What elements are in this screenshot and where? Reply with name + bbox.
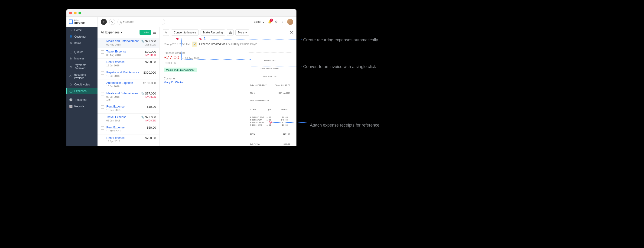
row-title: Rent Expense [106, 136, 143, 140]
plus-icon: + [142, 31, 143, 34]
expense-row[interactable]: Rent Expense 16 Jun 2018 $10.00 [98, 103, 159, 113]
list-filter-dropdown[interactable]: All Expenses ▾ [101, 30, 122, 34]
sidebar-item-recurring[interactable]: ⟳Recurring Invoices [66, 72, 98, 81]
expense-row[interactable]: Repairs and Maintenance 10 Jul 2018 $300… [98, 69, 159, 79]
row-amount: $300.000 [144, 71, 156, 74]
paperclip-icon: 📎 [141, 116, 144, 119]
new-expense-button[interactable]: + New [140, 30, 151, 35]
row-checkbox[interactable] [101, 71, 104, 74]
print-button[interactable]: 🖶 [227, 29, 234, 36]
sidebar-item-items[interactable]: 🛍Items [66, 40, 98, 46]
row-title: Rent Expense [106, 126, 144, 129]
category-tag: Meals and Entertainment [164, 68, 197, 72]
sidebar-item-timesheet[interactable]: 🕑Timesheet [66, 96, 98, 103]
sidebar-item-customer[interactable]: 👤Customer [66, 34, 98, 40]
sidebar-item-label: Timesheet [74, 98, 87, 102]
row-date: 16 May 2018 [106, 130, 144, 132]
row-checkbox[interactable] [101, 92, 104, 96]
search-input[interactable]: Q ▾ Search [118, 19, 165, 25]
sidebar-item-creditnotes[interactable]: 🗋Credit Notes [66, 81, 98, 88]
user-icon: 👤 [69, 35, 72, 38]
creditnote-icon: 🗋 [69, 83, 72, 86]
row-checkbox[interactable] [101, 106, 104, 109]
chevron-down-icon: ⌄ [262, 20, 265, 24]
org-selector[interactable]: Zylker ⌄ [254, 20, 265, 24]
callout-line [272, 122, 306, 122]
expense-row[interactable]: Travel Expense 03 Aug 2018 $20.000 INVOI… [98, 48, 159, 58]
row-title: Automobile Expense [106, 81, 141, 84]
receipt-visa: VISA ########3138 [250, 100, 290, 102]
callout-line [181, 60, 251, 60]
callout-line [181, 38, 182, 60]
receipt-host: HOST ALISON [278, 92, 290, 94]
sidebar-item-label: Expenses [74, 90, 86, 93]
add-expense-icon[interactable]: + [93, 90, 95, 93]
window-minimize-icon[interactable] [74, 12, 76, 14]
receipt-total-label: TOTAL [250, 133, 256, 136]
row-checkbox[interactable] [101, 50, 104, 54]
history-icon[interactable]: ↻ [109, 19, 115, 25]
row-amount: $750.00 [145, 60, 156, 64]
row-checkbox[interactable] [101, 40, 104, 43]
row-checkbox[interactable] [101, 82, 104, 85]
edit-button[interactable]: ✎ [163, 29, 169, 36]
bag-icon: 🛍 [69, 42, 72, 45]
expense-row[interactable]: Rent Expense 16 Jul 2018 $750.00 [98, 58, 159, 69]
list-menu-icon[interactable]: ☰ [153, 30, 156, 34]
button-label: Make Recurring [203, 31, 223, 34]
row-checkbox[interactable] [101, 61, 104, 64]
receipt-total: $77.00 [283, 133, 290, 136]
sidebar-item-label: Invoices [74, 57, 84, 60]
help-icon[interactable]: ？ [281, 20, 284, 24]
callout-marker [176, 38, 179, 40]
window-close-icon[interactable] [69, 12, 72, 14]
row-status: INVOICED [141, 119, 156, 122]
window-titlebar [66, 9, 296, 17]
avatar[interactable] [287, 19, 293, 25]
sidebar-item-expenses[interactable]: ◯Expenses+ [66, 88, 98, 94]
sidebar-item-invoices[interactable]: 🗎Invoices [66, 55, 98, 62]
callout-line [251, 66, 302, 66]
row-checkbox[interactable] [101, 137, 104, 140]
row-date: 16 Jun 2018 [106, 109, 144, 112]
sidebar-item-label: Credit Notes [74, 83, 90, 86]
receipt-subtotal: $69.00 [284, 143, 290, 145]
gear-icon[interactable]: ⚙ [275, 20, 278, 24]
expense-row[interactable]: Automobile Expense 10 Jul 2018 $150.000 [98, 79, 159, 90]
sidebar-item-reports[interactable]: 📈Reports [66, 103, 98, 110]
close-button[interactable]: ✕ [290, 30, 293, 35]
brand[interactable]: Zoho Invoice ⌄ [66, 17, 98, 27]
row-title: Travel Expense [106, 50, 142, 53]
notifications-button[interactable]: 🔔 9 [268, 20, 272, 24]
expense-row[interactable]: Meals and Entertainment 02 Jul 2018 145 … [98, 90, 159, 103]
sidebar-item-payments[interactable]: ◎Payments Received [66, 62, 98, 72]
convert-to-invoice-button[interactable]: Convert to Invoice [171, 30, 199, 36]
callout-marker [200, 38, 202, 40]
brand-logo-icon [69, 20, 73, 24]
expense-row[interactable]: Meals and Entertainment 09 Aug 2018 📎$77… [98, 38, 159, 48]
annotation-convert: Convert to an invoice with a single clic… [303, 64, 376, 70]
button-label: Convert to Invoice [174, 31, 196, 34]
sidebar-item-label: Reports [74, 105, 84, 108]
row-title: Travel Expense [106, 116, 138, 119]
row-date: 16 Apr 2018 [106, 140, 143, 143]
row-checkbox[interactable] [101, 116, 104, 119]
expense-row[interactable]: Travel Expense 08 Jun 2018 📎$77.000 INVO… [98, 113, 159, 124]
window-maximize-icon[interactable] [78, 12, 81, 14]
more-dropdown[interactable]: More▾ [236, 30, 249, 36]
clock-icon: 🕑 [69, 98, 72, 102]
receipt-time: Time: 06:32 PM [275, 84, 290, 86]
list-title-text: All Expenses [101, 30, 120, 34]
row-checkbox[interactable] [101, 126, 104, 130]
make-recurring-button[interactable]: Make Recurring [200, 30, 226, 36]
receipt-line: 4 CHOC CAKE 1.00 $6.50 [250, 124, 290, 126]
add-button[interactable]: + [101, 19, 107, 25]
org-name: Zylker [254, 20, 262, 24]
sidebar-item-home[interactable]: ⌂Home [66, 27, 98, 34]
caret-down-icon: ▾ [120, 30, 122, 34]
button-label: More [238, 31, 244, 34]
sidebar-item-quotes[interactable]: ▢Quotes [66, 49, 98, 55]
expense-row[interactable]: Rent Expense 16 Apr 2018 $750.00 [98, 134, 159, 145]
event-author: by Patricia Boyle [236, 42, 257, 46]
expense-row[interactable]: Rent Expense 16 May 2018 $50.00 [98, 124, 159, 134]
